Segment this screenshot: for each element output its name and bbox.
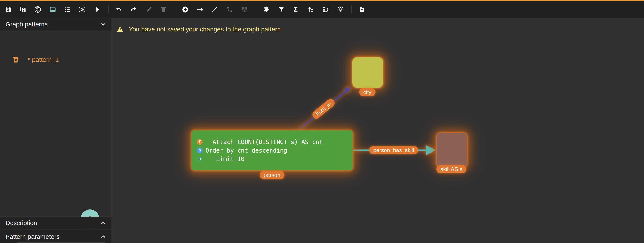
add-edge-icon[interactable] xyxy=(195,5,204,14)
vertex-label-person[interactable]: person xyxy=(260,171,284,179)
redo-icon[interactable] xyxy=(129,5,138,14)
delete-icon[interactable] xyxy=(159,5,168,14)
idea-icon[interactable] xyxy=(336,5,345,14)
add-vertex-icon[interactable] xyxy=(180,5,190,14)
save-icon[interactable] xyxy=(4,5,13,14)
subquery-icon[interactable] xyxy=(240,5,249,14)
run-icon[interactable] xyxy=(93,5,102,14)
toolbar-separator xyxy=(255,6,256,14)
delete-pattern-icon[interactable] xyxy=(12,56,20,64)
chevron-up-icon[interactable] xyxy=(100,219,107,226)
order-icon[interactable] xyxy=(306,5,316,14)
pattern-canvas[interactable]: You have not saved your changes to the g… xyxy=(112,18,644,243)
limit-icon xyxy=(197,156,202,162)
attachment-row: Order by cnt descending xyxy=(197,146,353,155)
vertex-node-person[interactable]: Σ Attach COUNT(DISTINCT s) AS cnt Order … xyxy=(191,130,353,170)
edge-label-person-has-skill[interactable]: person_has_skill xyxy=(369,146,418,154)
svg-text:Σ: Σ xyxy=(294,6,298,13)
parameters-field-edge xyxy=(17,242,105,243)
description-title: Description xyxy=(6,219,100,226)
edge-layer xyxy=(112,18,644,243)
toolbar-separator xyxy=(351,6,352,14)
aggregate-icon: Σ xyxy=(197,139,202,145)
graph-patterns-title: Graph patterns xyxy=(6,21,100,28)
limit-icon[interactable] xyxy=(321,5,330,14)
pattern-parameters-header[interactable]: Pattern parameters xyxy=(0,230,112,243)
filter-icon[interactable] xyxy=(277,5,286,14)
description-header[interactable]: Description xyxy=(0,217,112,229)
gsql-icon[interactable]: GSQL xyxy=(33,5,42,14)
vertex-label-city[interactable]: city xyxy=(359,88,376,96)
attachment-row: Σ Attach COUNT(DISTINCT s) AS cnt xyxy=(197,138,353,146)
attachment-text: Limit 10 xyxy=(206,155,244,162)
chevron-down-icon[interactable] xyxy=(100,21,107,28)
undo-icon[interactable] xyxy=(114,5,123,14)
svg-text:QL: QL xyxy=(36,9,40,12)
chevron-up-icon[interactable] xyxy=(100,233,107,240)
pattern-list-item[interactable]: * pattern_1 xyxy=(0,53,112,66)
list-icon[interactable] xyxy=(63,5,72,14)
save-as-icon[interactable] xyxy=(18,5,28,14)
attachment-text: Attach COUNT(DISTINCT s) AS cnt xyxy=(206,139,323,146)
toolbar-separator xyxy=(108,6,109,14)
vertex-node-city[interactable] xyxy=(352,57,383,88)
focus-icon[interactable] xyxy=(78,5,87,14)
graph-patterns-header[interactable]: Graph patterns xyxy=(0,18,112,31)
svg-text:GS: GS xyxy=(36,7,39,10)
edit-icon[interactable] xyxy=(144,5,154,14)
order-icon xyxy=(197,148,202,153)
path-icon[interactable] xyxy=(225,5,234,14)
sidebar: Graph patterns * pattern_1 Description P… xyxy=(0,18,112,243)
vertex-node-skill[interactable] xyxy=(437,133,467,167)
pattern-parameters-title: Pattern parameters xyxy=(6,233,100,240)
pattern-item-label[interactable]: * pattern_1 xyxy=(28,56,59,63)
document-icon[interactable] xyxy=(357,5,366,14)
toolbar-separator xyxy=(175,6,175,14)
attachment-row: Limit 10 xyxy=(197,155,353,163)
aggregate-icon[interactable]: Σ xyxy=(291,5,300,14)
dropper-icon[interactable] xyxy=(210,5,219,14)
view-icon[interactable] xyxy=(48,5,57,14)
attachment-text: Order by cnt descending xyxy=(206,147,287,154)
union-icon[interactable] xyxy=(262,5,271,14)
vertex-label-skill[interactable]: skill AS s xyxy=(436,165,466,173)
toolbar: GSQL Σ xyxy=(0,1,644,18)
